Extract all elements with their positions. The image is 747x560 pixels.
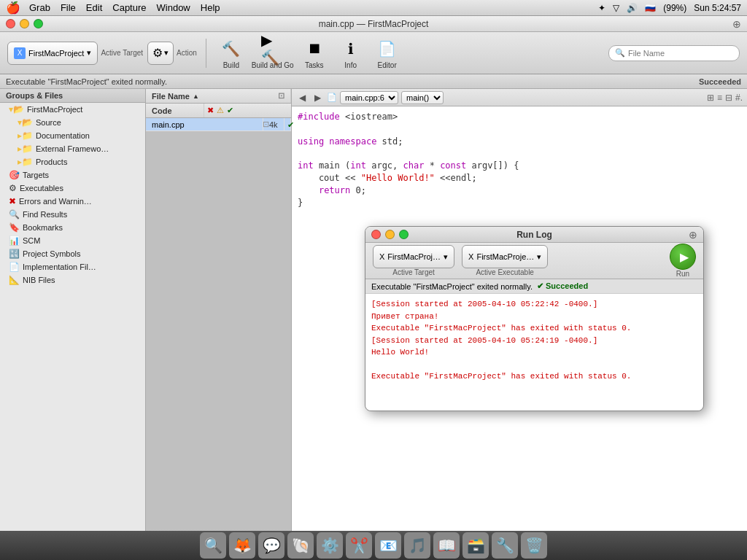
runlog-run-label: Run [676, 270, 689, 278]
runlog-status-badge: ✔ Succeeded [537, 281, 588, 291]
dock-trash[interactable]: 🗑️ [521, 532, 547, 559]
window-controls [6, 19, 43, 28]
sidebar-item-implementation-files[interactable]: 📄 Implementation Fil… [0, 260, 145, 273]
chevron-down-icon: ▾ [164, 48, 169, 58]
file-panel-icon-btn[interactable]: ⊡ [278, 91, 285, 101]
editor-more-icon[interactable]: #. [735, 93, 743, 103]
wifi-icon: ▽ [613, 3, 619, 13]
sidebar-item-errors[interactable]: ✖ Errors and Warnin… [0, 195, 145, 208]
sidebar-item-source[interactable]: ▾📂 Source [0, 116, 145, 129]
sidebar-item-bookmarks[interactable]: 🔖 Bookmarks [0, 221, 145, 234]
search-input[interactable] [628, 49, 733, 58]
menubar: 🍎 Grab File Edit Capture Window Help ✦ ▽… [0, 0, 747, 16]
dock-messages[interactable]: 💬 [258, 532, 285, 559]
dock-files[interactable]: 🗃️ [462, 532, 489, 559]
play-icon: ▶ [680, 250, 689, 264]
active-target-button[interactable]: X FirstMacProject ▾ [7, 42, 98, 65]
runlog-minimize-button[interactable] [385, 230, 395, 239]
file-selector[interactable]: main.cpp:6 [340, 91, 398, 104]
info-icon: ℹ [339, 37, 363, 61]
info-tool[interactable]: ℹ Info [335, 37, 367, 69]
editor-layout-icon[interactable]: ⊞ [707, 93, 714, 103]
close-button[interactable] [6, 19, 15, 28]
file-panel-header: File Name ▲ ⊡ [146, 89, 291, 104]
symbols-icon: 🔣 [9, 249, 20, 259]
log-line: Executable "FirstMacProject" has exited … [371, 322, 697, 335]
build-tool[interactable]: 🔨 Build [215, 37, 247, 69]
editor-tool[interactable]: 📄 Editor [371, 37, 403, 69]
warning-filter-icon[interactable]: ⚠ [217, 106, 224, 115]
dock-settings[interactable]: ⚙️ [317, 532, 343, 559]
runlog-maximize-button[interactable] [399, 230, 409, 239]
editor-toolbar: ◀ ▶ 📄 main.cpp:6 main() ⊞ ≡ ⊟ #. [292, 89, 747, 106]
error-filter-icon[interactable]: ✖ [207, 106, 214, 115]
file-check-icon: ✔ [287, 120, 294, 130]
editor-label: Editor [378, 61, 397, 69]
sort-arrow-icon: ▲ [193, 93, 199, 100]
dock-preview[interactable]: 📖 [433, 532, 460, 559]
runlog-active-exec-button[interactable]: X FirstMacProje… ▾ [462, 245, 548, 268]
maximize-button[interactable] [34, 19, 43, 28]
back-button[interactable]: ◀ [296, 91, 309, 104]
menubar-help[interactable]: Help [201, 2, 220, 13]
dock-scissors[interactable]: ✂️ [346, 532, 372, 559]
sidebar: Groups & Files ▾📂 FirstMacProject ▾📂 Sou… [0, 89, 146, 531]
tasks-tool[interactable]: ⏹ Tasks [298, 37, 330, 69]
function-selector[interactable]: main() [401, 91, 444, 104]
dock-finder[interactable]: 🔍 [200, 532, 226, 559]
editor-split-icon[interactable]: ≡ [717, 93, 722, 103]
battery-status: (99%) [663, 3, 686, 13]
build-label: Build [223, 61, 239, 69]
sidebar-item-executables[interactable]: ⚙ Executables [0, 182, 145, 195]
sidebar-item-nib-files[interactable]: 📐 NIB Files [0, 273, 145, 287]
flag-icon: 🇷🇺 [645, 3, 656, 13]
runlog-content[interactable]: [Session started at 2005-04-10 05:22:42 … [365, 294, 703, 411]
titlebar: main.cpp — FirstMacProject ⊕ [0, 16, 747, 32]
menubar-edit[interactable]: Edit [86, 2, 102, 13]
runlog-run-button[interactable]: ▶ [670, 244, 696, 270]
file-code-cell: 4k [263, 118, 285, 131]
editor-icon: 📄 [376, 37, 399, 61]
apple-menu[interactable]: 🍎 [6, 1, 20, 15]
dock-tools[interactable]: 🔧 [492, 532, 518, 559]
action-group: ⚙ ▾ Action [147, 42, 197, 65]
log-line: Hello World! [371, 346, 697, 359]
sidebar-item-scm[interactable]: 📊 SCM [0, 234, 145, 247]
search-box[interactable]: 🔍 [608, 45, 740, 61]
status-message: Executable "FirstMacProject" exited norm… [6, 77, 167, 86]
runlog-active-target-button[interactable]: X FirstMacProj… ▾ [373, 245, 454, 268]
runlog-title: Run Log [516, 230, 552, 240]
dock-music[interactable]: 🎵 [404, 532, 430, 559]
file-code-column-header[interactable]: Code [146, 104, 204, 117]
sidebar-item-firstmacproject[interactable]: ▾📂 FirstMacProject [0, 103, 145, 116]
sidebar-item-products[interactable]: ▸📁 Products [0, 155, 145, 168]
build-and-go-label: Build and Go [252, 61, 294, 69]
dock: 🔍 🦊 💬 🐚 ⚙️ ✂️ 📧 🎵 📖 🗃️ 🔧 🗑️ [0, 531, 747, 560]
search-icon: 🔍 [615, 48, 625, 58]
sidebar-item-external-frameworks[interactable]: ▸📁 External Framewo… [0, 142, 145, 155]
chevron-down-icon: ▾ [537, 252, 541, 262]
dock-firefox[interactable]: 🦊 [229, 532, 255, 559]
editor-copy-icon[interactable]: ⊟ [725, 93, 732, 103]
action-button[interactable]: ⚙ ▾ [147, 42, 174, 65]
menubar-file[interactable]: File [61, 2, 76, 13]
minimize-button[interactable] [20, 19, 29, 28]
code-content: #include <iostream> using namespace std;… [298, 111, 741, 209]
dock-terminal[interactable]: 🐚 [287, 532, 314, 559]
sidebar-item-find-results[interactable]: 🔍 Find Results [0, 208, 145, 221]
success-filter-icon[interactable]: ✔ [227, 106, 233, 115]
zoom-icon[interactable]: ⊕ [732, 18, 741, 30]
build-and-go-tool[interactable]: ▶🔨 Build and Go [252, 37, 294, 69]
active-target-label: FirstMacProject [28, 49, 84, 58]
menubar-capture[interactable]: Capture [112, 2, 146, 13]
dock-mail[interactable]: 📧 [375, 532, 401, 559]
sidebar-item-project-symbols[interactable]: 🔣 Project Symbols [0, 247, 145, 260]
menubar-window[interactable]: Window [157, 2, 190, 13]
sidebar-item-documentation[interactable]: ▸📁 Documentation [0, 129, 145, 142]
runlog-close-button[interactable] [371, 230, 381, 239]
forward-button[interactable]: ▶ [311, 91, 324, 104]
menubar-grab[interactable]: Grab [29, 2, 50, 13]
runlog-zoom-icon[interactable]: ⊕ [689, 229, 697, 241]
sidebar-item-targets[interactable]: 🎯 Targets [0, 168, 145, 182]
file-name-column-header[interactable]: File Name ▲ ⊡ [146, 89, 291, 103]
